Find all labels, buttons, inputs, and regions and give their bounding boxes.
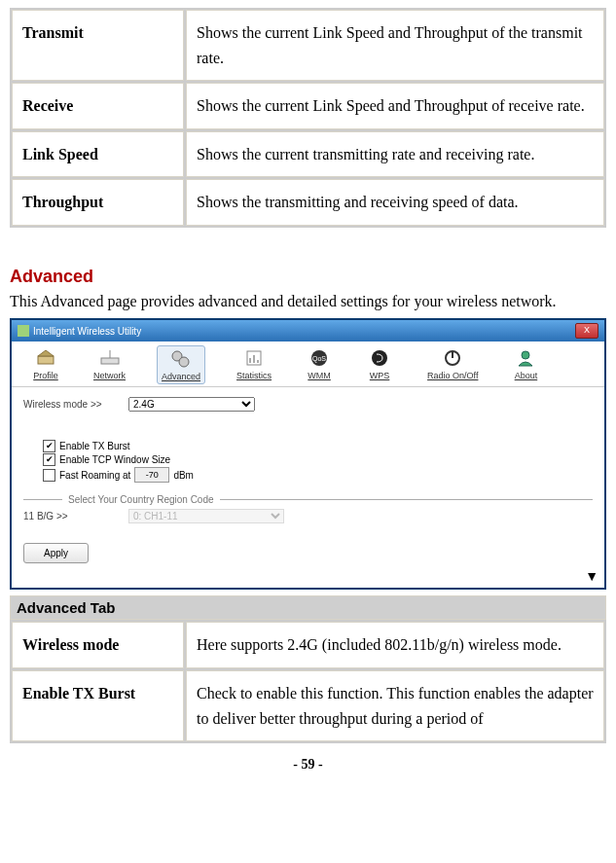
table-row: Transmit Shows the current Link Speed an… [12,10,604,81]
checkbox-enable-tx-burst[interactable]: ✔ Enable TX Burst [43,440,593,452]
tab-label: Profile [33,371,58,380]
table-row: Wireless mode Here supports 2.4G (includ… [12,622,604,668]
tab-radio[interactable]: Radio On/Off [423,345,482,384]
checkbox-label: Enable TCP Window Size [59,454,170,465]
expand-arrow-icon[interactable]: ▼ [585,568,598,584]
tab-advanced[interactable]: Advanced [157,345,205,384]
toolbar: Profile Network Advanced Statistics QoS … [12,342,604,387]
term-cell: Wireless mode [12,622,184,668]
advanced-tab-header: Advanced Tab [10,595,606,620]
term-cell: Enable TX Burst [12,670,184,741]
definition-cell: Here supports 2.4G (included 802.11b/g/n… [186,622,604,668]
definitions-table-bottom: Wireless mode Here supports 2.4G (includ… [10,620,606,743]
svg-point-14 [522,351,529,359]
term-cell: Transmit [12,10,184,81]
tab-label: Statistics [236,371,272,380]
tab-wmm[interactable]: QoS WMM [303,345,336,384]
table-row: Throughput Shows the transmitting and re… [12,179,604,226]
checkbox-icon: ✔ [43,440,55,452]
tab-statistics[interactable]: Statistics [233,345,275,384]
tab-profile[interactable]: Profile [29,345,62,384]
wireless-mode-label: Wireless mode >> [23,399,121,410]
statistics-icon [241,347,267,369]
profile-icon [33,347,58,369]
checkbox-icon: ✔ [43,453,55,466]
tab-label: About [515,371,538,380]
tab-label: Radio On/Off [427,371,478,380]
section-heading-advanced: Advanced [10,267,606,287]
about-icon [513,347,538,369]
svg-rect-1 [101,358,119,364]
definitions-table-top: Transmit Shows the current Link Speed an… [10,8,606,228]
svg-rect-0 [38,356,54,364]
table-row: Receive Shows the current Link Speed and… [12,83,604,129]
titlebar: Intelligent Wireless Utility X [12,320,604,342]
definition-cell: Shows the current Link Speed and Through… [186,10,604,81]
tab-about[interactable]: About [509,345,542,384]
fast-roaming-input[interactable]: -70 [134,467,169,483]
page-number: - 59 - [10,757,606,773]
content-area: Wireless mode >> 2.4G ✔ Enable TX Burst … [12,387,604,588]
table-row: Link Speed Shows the current transmittin… [12,131,604,178]
svg-text:QoS: QoS [312,355,326,363]
region-label: Select Your Country Region Code [68,494,214,505]
definition-cell: Check to enable this function. This func… [186,670,604,741]
close-button[interactable]: X [575,323,598,339]
definition-cell: Shows the current transmitting rate and … [186,131,604,178]
definition-cell: Shows the current Link Speed and Through… [186,83,604,129]
checkbox-label: Enable TX Burst [59,441,130,451]
dbm-label: dBm [173,470,194,481]
tab-label: Network [93,371,126,380]
svg-point-11 [372,350,387,366]
section-intro: This Advanced page provides advanced and… [10,291,606,312]
tab-label: WMM [308,371,331,380]
wireless-mode-select[interactable]: 2.4G [128,397,255,412]
wps-icon [367,347,392,369]
bgn-label: 11 B/G >> [23,511,121,521]
fast-roaming-label: Fast Roaming at [59,470,130,481]
tab-wps[interactable]: WPS [363,345,396,384]
svg-point-4 [179,357,189,367]
app-window: Intelligent Wireless Utility X Profile N… [10,318,606,590]
term-cell: Link Speed [12,131,184,178]
table-row: Enable TX Burst Check to enable this fun… [12,670,604,741]
radio-icon [440,347,465,369]
tab-label: WPS [370,371,390,380]
definition-cell: Shows the transmitting and receiving spe… [186,179,604,226]
wmm-icon: QoS [307,347,332,369]
region-code-select[interactable]: 0: CH1-11 [128,509,284,523]
apply-button[interactable]: Apply [23,543,89,563]
checkbox-icon [43,469,55,482]
advanced-icon [168,348,194,370]
window-title: Intelligent Wireless Utility [33,326,141,337]
tab-label: Advanced [162,372,200,381]
region-divider: Select Your Country Region Code [23,494,593,505]
checkbox-enable-tcp-window[interactable]: ✔ Enable TCP Window Size [43,453,593,466]
term-cell: Throughput [12,179,184,226]
tab-network[interactable]: Network [90,345,129,384]
app-icon [18,325,29,337]
network-icon [97,347,123,369]
term-cell: Receive [12,83,184,129]
checkbox-fast-roaming[interactable]: Fast Roaming at -70 dBm [43,467,593,483]
